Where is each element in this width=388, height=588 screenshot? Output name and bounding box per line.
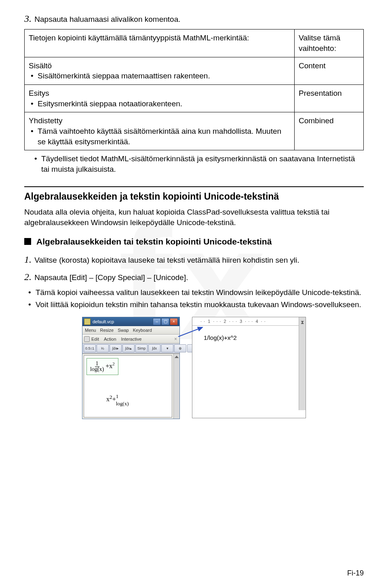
square-bullet-icon	[24, 238, 31, 245]
scrollbar[interactable]	[173, 354, 179, 419]
toolbar: 0.5↕1 ¹⁄₀ ∫dx▸ ∫dx▴ Simp ∫dx ▾ ⊕ ▸	[82, 344, 179, 354]
step-2-number: 2.	[24, 272, 32, 282]
step-2: 2. Napsauta [Edit] – [Copy Special] – [U…	[24, 270, 364, 283]
arrow-icon	[180, 322, 212, 339]
row-option: Content	[295, 57, 364, 84]
step-2-text: Napsauta [Edit] – [Copy Special] – [Unic…	[34, 273, 188, 282]
gear-icon[interactable]	[84, 336, 90, 342]
work-panel[interactable]: 1log(x) +x2 x2+1log(x)	[84, 355, 172, 417]
workarea: 1log(x) +x2 x2+1log(x)	[82, 354, 179, 419]
toolbar-button[interactable]: Simp	[135, 344, 148, 352]
section-heading: Algebralausekkeiden ja tekstin kopiointi…	[24, 190, 364, 203]
toolbar-button[interactable]: ∫dx▴	[122, 344, 135, 352]
figure: default.vcp – ▢ × Menu Resize Swap Keybo…	[24, 317, 364, 419]
sub-menubar: Edit Action Interactive ×	[82, 335, 179, 344]
toolbar-button[interactable]: ¹⁄₀	[97, 344, 109, 352]
classpad-window: default.vcp – ▢ × Menu Resize Swap Keybo…	[82, 317, 180, 419]
step-2-bullet-1: Tämä kopioi vaiheessa valitun lausekkeen…	[24, 287, 364, 298]
intro-paragraph: Noudata alla olevia ohjeita, kun haluat …	[24, 207, 364, 228]
section-rule	[24, 186, 364, 187]
window-icon	[84, 318, 91, 325]
submenu-item[interactable]: Interactive	[121, 336, 142, 342]
menu-item[interactable]: Swap	[118, 327, 129, 333]
toolbar-button[interactable]: ∫dx▸	[110, 344, 122, 352]
row-title: Sisältö	[29, 61, 290, 71]
row-title: Yhdistetty	[29, 116, 290, 126]
step-2-bullet-2: Voit liittää kopioidun tekstin mihin tah…	[24, 299, 364, 310]
window-title: default.vcp	[93, 319, 114, 325]
titlebar: default.vcp – ▢ ×	[82, 317, 179, 326]
sub-heading-text: Algebralausekkeiden tai tekstin kopioint…	[36, 237, 272, 246]
page-number: Fi-19	[347, 568, 364, 578]
hourglass-icon: ⧗	[299, 317, 306, 325]
step-3-number: 3.	[24, 13, 32, 24]
table-row: Yhdistetty Tämä vaihtoehto käyttää sisäl…	[25, 112, 295, 150]
menu-item[interactable]: Resize	[100, 327, 114, 333]
note-bullet: Täydelliset tiedot MathML-sisältömerkinn…	[24, 154, 364, 174]
menu-item[interactable]: Keyboard	[133, 327, 152, 333]
panel-close-icon[interactable]: ×	[174, 336, 177, 342]
table-header-left: Tietojen kopiointi käyttämällä tämäntyyp…	[25, 30, 295, 57]
close-button[interactable]: ×	[170, 318, 178, 325]
toolbar-button[interactable]: ⊕	[174, 344, 186, 352]
menubar: Menu Resize Swap Keyboard	[82, 326, 179, 335]
result-formula: x2+1log(x)	[106, 393, 129, 407]
table-row: Sisältö Sisältömerkintä sieppaa matemaat…	[25, 57, 295, 84]
row-option: Presentation	[295, 84, 364, 112]
word-window: ⧗ · · 1 · · · 2 · · · 3 · · · 4 · ·	[192, 317, 306, 418]
toolbar-button[interactable]: ∫dx	[148, 344, 160, 352]
menu-item[interactable]: Menu	[85, 327, 96, 333]
row-desc: Esitysmerkintä sieppaa notaatiorakenteen…	[29, 99, 290, 109]
step-3-text: Napsauta haluamaasi alivalikon komentoa.	[34, 15, 180, 23]
step-3: 3. Napsauta haluamaasi alivalikon koment…	[24, 12, 364, 25]
submenu-item[interactable]: Edit	[91, 336, 99, 342]
table-row: Esitys Esitysmerkintä sieppaa notaatiora…	[25, 84, 295, 112]
minimize-button[interactable]: –	[153, 318, 161, 325]
toolbar-button[interactable]: ▾	[161, 344, 173, 352]
word-content[interactable]: 1/log(x)+x^2	[192, 326, 306, 418]
toolbar-button[interactable]: 0.5↕1	[84, 344, 96, 352]
step-1-number: 1.	[24, 254, 32, 265]
step-1: 1. Valitse (korosta) kopioitava lauseke …	[24, 253, 364, 266]
formula-box: 1log(x) +x2	[86, 358, 118, 375]
table-header-right: Valitse tämä vaihtoehto:	[295, 30, 364, 57]
row-title: Esitys	[29, 88, 290, 99]
submenu-item[interactable]: Action	[104, 336, 116, 342]
sub-heading: Algebralausekkeiden tai tekstin kopioint…	[24, 236, 364, 247]
row-option: Combined	[295, 112, 364, 150]
row-desc: Sisältömerkintä sieppaa matemaattisen ra…	[29, 71, 290, 81]
options-table: Tietojen kopiointi käyttämällä tämäntyyp…	[24, 29, 364, 150]
step-1-text: Valitse (korosta) kopioitava lauseke tai…	[34, 256, 299, 264]
maximize-button[interactable]: ▢	[161, 318, 169, 325]
row-desc: Tämä vaihtoehto käyttää sisältömerkintää…	[29, 126, 290, 147]
svg-line-0	[178, 327, 202, 337]
